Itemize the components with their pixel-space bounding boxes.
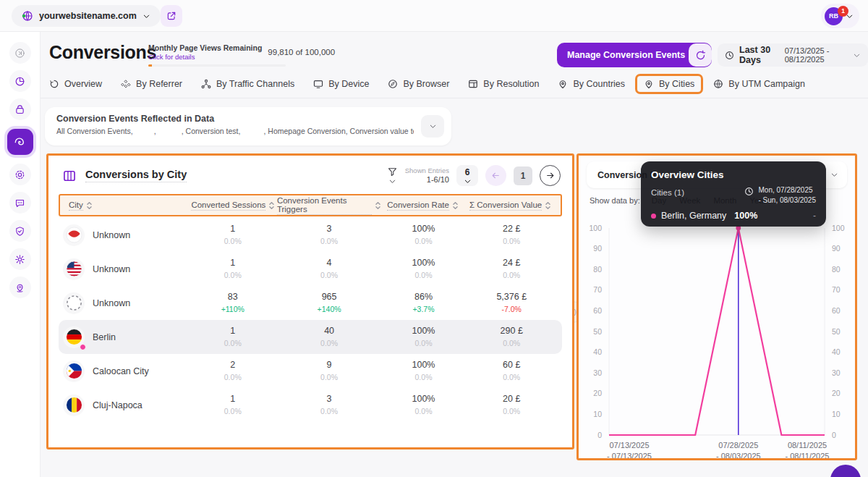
pagination-current-page[interactable]: 1: [514, 166, 532, 185]
sort-icon: [375, 201, 381, 210]
city-cell: Caloocan City: [63, 360, 189, 382]
sidebar-item-location-pin[interactable]: [9, 277, 31, 298]
metric-cell: 290 £0.0%: [465, 326, 558, 348]
y-axis-tick-left: 60: [593, 306, 602, 315]
account-menu[interactable]: RB 1: [821, 4, 859, 28]
sidebar-nav: [0, 32, 41, 477]
collapse-icon: [14, 48, 25, 59]
table-row-berlin[interactable]: Berlin10.0%400.0%100%0.0%290 £0.0%: [59, 320, 562, 354]
chevron-down-icon: [388, 177, 396, 185]
sidebar-item-chat[interactable]: [9, 192, 31, 214]
table-row-unknown[interactable]: Unknown10.0%30.0%100%0.0%22 £0.0%: [59, 218, 562, 252]
sidebar-item-pie-chart[interactable]: [9, 70, 31, 92]
tab-overview[interactable]: Overview: [49, 79, 102, 89]
shown-entries: Shown Entries 1-6/10: [405, 166, 449, 185]
metric-cell: 24 £0.0%: [465, 258, 558, 280]
flag-us: [63, 258, 85, 280]
tooltip-series-value: 100%: [734, 211, 757, 221]
metric-cell: 20 £0.0%: [465, 394, 558, 416]
y-axis-tick-left: 90: [593, 244, 602, 253]
traffic-channels-icon: [201, 79, 211, 89]
city-cell: Berlin: [63, 326, 189, 348]
tab-by-traffic-channels[interactable]: By Traffic Channels: [201, 79, 294, 89]
metric-cell: 10.0%: [189, 326, 277, 348]
tab-by-countries[interactable]: By Countries: [558, 79, 625, 89]
sidebar-item-shield-check[interactable]: [9, 220, 31, 242]
click-for-details-link[interactable]: Click for details: [148, 53, 262, 61]
page-size-select[interactable]: 6: [456, 165, 478, 186]
y-axis-tick-right: 0: [832, 431, 836, 439]
metric-cell: 10.0%: [189, 224, 277, 246]
utm-campaign-icon: [713, 79, 723, 89]
location-pin-icon: [14, 282, 25, 293]
tab-by-device[interactable]: By Device: [313, 79, 369, 89]
tab-by-browser[interactable]: By Browser: [388, 79, 449, 89]
y-axis-tick-right: 20: [832, 389, 841, 397]
metric-cell: 60 £0.0%: [465, 360, 558, 382]
y-axis-tick-right: 60: [832, 306, 841, 315]
tab-by-cities[interactable]: By Cities: [635, 74, 703, 94]
y-axis-tick-right: 10: [832, 410, 841, 418]
chevron-down-icon: [830, 171, 838, 179]
sidebar-item-goal-target[interactable]: [9, 164, 31, 185]
conversion-events-bar: Conversion Events Reflected in Data All …: [45, 107, 451, 145]
browser-icon: [388, 79, 398, 89]
refresh-button[interactable]: [689, 43, 712, 67]
metric-cell: 10.0%: [189, 258, 277, 280]
chat-icon: [14, 198, 25, 208]
events-bar-title: Conversion Events Reflected in Data: [56, 114, 414, 124]
metric-cell: 86%+3.7%: [382, 292, 466, 314]
column-header-city[interactable]: City: [64, 200, 190, 211]
flag-germany: [63, 326, 85, 348]
charted-city-dot: [80, 344, 86, 350]
clock-icon: [744, 187, 754, 196]
table-row-unknown[interactable]: Unknown83+110%965+140%86%+3.7%5,376 £-7.…: [59, 286, 562, 320]
floating-chat-button[interactable]: [830, 465, 861, 477]
metric-cell: 100%0.0%: [382, 394, 466, 416]
y-axis-tick-left: 50: [593, 327, 602, 336]
metric-cell: 40.0%: [277, 258, 382, 280]
table-header-row: CityConverted SessionsConversion Events …: [59, 194, 562, 216]
tab-label: By UTM Campaign: [728, 79, 805, 89]
sidebar-item-conversions-spiral[interactable]: [7, 129, 33, 155]
chevron-down-icon: [853, 51, 861, 59]
pagination-next-button[interactable]: [540, 165, 561, 186]
column-header-conversion-events-triggers[interactable]: Conversion Events Triggers: [277, 196, 381, 215]
table-row-cluj-napoca[interactable]: Cluj-Napoca10.0%30.0%100%0.0%20 £0.0%: [59, 388, 562, 422]
metric-cell: 100%0.0%: [382, 224, 466, 246]
shield-check-icon: [14, 226, 25, 237]
metric-cell: 100%0.0%: [382, 258, 466, 280]
city-name: Unknown: [93, 298, 130, 308]
flag-unknown-dashed: [63, 292, 85, 314]
column-header-conversion-rate[interactable]: Conversion Rate: [381, 200, 464, 211]
x-axis-tick: - 07/13/2025: [607, 452, 652, 458]
pagination-prev-button[interactable]: [485, 165, 506, 186]
flag-romania: [63, 394, 85, 416]
tab-label: By Device: [328, 79, 369, 89]
tooltip-cities-count: Cities (1): [651, 185, 684, 197]
city-name: Cluj-Napoca: [93, 400, 142, 410]
show-data-by-label: Show data by:: [590, 196, 640, 205]
filter-button[interactable]: [387, 166, 398, 185]
open-website-button[interactable]: [161, 5, 182, 27]
website-selector[interactable]: yourwebsitename.com: [12, 5, 161, 27]
series-legend-dot: [651, 214, 656, 219]
table-row-caloocan-city[interactable]: Caloocan City20.0%90.0%100%0.0%60 £0.0%: [59, 354, 562, 388]
metric-cell: 22 £0.0%: [465, 224, 558, 246]
events-bar-expand-button[interactable]: [421, 115, 444, 138]
table-row-unknown[interactable]: Unknown10.0%40.0%100%0.0%24 £0.0%: [59, 252, 562, 286]
sidebar-item-collapse[interactable]: [9, 42, 31, 64]
y-axis-tick-right: 80: [832, 265, 841, 274]
column-header--conversion-value[interactable]: Σ Conversion Value: [464, 200, 556, 211]
y-axis-tick-left: 30: [593, 368, 602, 377]
tab-by-utm-campaign[interactable]: By UTM Campaign: [713, 79, 805, 89]
column-header-converted-sessions[interactable]: Converted Sessions: [190, 200, 277, 211]
y-axis-tick-left: 80: [593, 265, 602, 274]
tab-by-resolution[interactable]: By Resolution: [468, 79, 539, 89]
metric-cell: 20.0%: [189, 360, 277, 382]
tab-by-referrer[interactable]: By Referrer: [121, 79, 182, 89]
sidebar-item-bag[interactable]: [9, 98, 31, 120]
sort-icon: [268, 201, 275, 210]
sidebar-item-settings-gear[interactable]: [9, 248, 31, 270]
date-range-picker[interactable]: Last 30 Days 07/13/2025 - 08/12/2025: [718, 43, 868, 67]
